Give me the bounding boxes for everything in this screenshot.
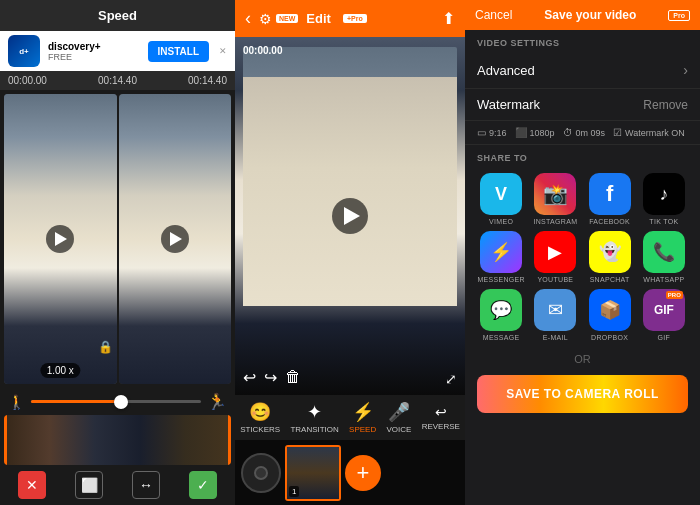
speed-icon: ⚡	[352, 401, 374, 423]
speed-badge: 1.00 x	[41, 363, 80, 378]
video-preview-area: 1.00 x 🔒	[0, 90, 235, 388]
stickers-label: STICKERS	[240, 425, 280, 434]
voice-icon: 🎤	[388, 401, 410, 423]
timeline-strip	[4, 415, 231, 465]
snapchat-icon: 👻	[589, 231, 631, 273]
reverse-tool[interactable]: ↩ REVERSE	[422, 404, 460, 431]
middle-panel: ‹ ⚙ NEW Edit +Pro ⬆ 00:00.00 ↩ ↪ 🗑 ⤢ 😊 S…	[235, 0, 465, 505]
add-clip-button[interactable]: +	[345, 455, 381, 491]
speed-header: Speed	[0, 0, 235, 31]
play-button-2[interactable]	[161, 225, 189, 253]
film-number-1: 1	[289, 486, 299, 497]
ad-close-icon[interactable]: ✕	[219, 46, 227, 56]
delete-button[interactable]: ✕	[18, 471, 46, 499]
undo-button[interactable]: ↩	[243, 368, 256, 387]
meta-resolution-text: 1080p	[530, 128, 555, 138]
share-tiktok[interactable]: ♪ TIK TOK	[640, 173, 688, 225]
ad-text: discovery+ FREE	[48, 41, 140, 62]
timeline-t2: 00:14.40	[188, 75, 227, 86]
transition-tool[interactable]: ✦ TRANSITION	[290, 401, 338, 434]
meta-aspect-text: 9:16	[489, 128, 507, 138]
left-panel: Speed d+ discovery+ FREE INSTALL ✕ 00:00…	[0, 0, 235, 505]
cancel-button[interactable]: Cancel	[475, 8, 512, 22]
message-label: MESSAGE	[483, 334, 520, 341]
youtube-icon: ▶	[534, 231, 576, 273]
meta-watermark-text: Watermark ON	[625, 128, 685, 138]
music-disc-inner	[254, 466, 268, 480]
bottom-toolbar: 😊 STICKERS ✦ TRANSITION ⚡ SPEED 🎤 VOICE …	[235, 395, 465, 440]
video-thumb-1[interactable]: 1.00 x 🔒	[4, 94, 117, 384]
middle-header: ‹ ⚙ NEW Edit +Pro ⬆	[235, 0, 465, 37]
message-icon: 💬	[480, 289, 522, 331]
back-button[interactable]: ‹	[245, 8, 251, 29]
vimeo-label: VIMEO	[489, 218, 513, 225]
play-icon-1	[55, 232, 67, 246]
share-snapchat[interactable]: 👻 SNAPCHAT	[586, 231, 634, 283]
video-settings-section-label: VIDEO SETTINGS	[465, 30, 700, 52]
facebook-icon: f	[589, 173, 631, 215]
film-thumb-1[interactable]: 1	[285, 445, 341, 501]
whatsapp-icon: 📞	[643, 231, 685, 273]
music-disc[interactable]	[241, 453, 281, 493]
speed-slider-track[interactable]	[31, 400, 201, 403]
slow-speed-icon: 🚶	[8, 394, 25, 410]
facebook-label: FACEBOOK	[589, 218, 630, 225]
delete-segment-button[interactable]: 🗑	[285, 368, 301, 387]
speed-slider-thumb[interactable]	[114, 395, 128, 409]
save-camera-label: SAVE TO CAMERA ROLL	[506, 387, 659, 401]
speed-title: Speed	[98, 8, 137, 23]
watermark-remove-button[interactable]: Remove	[643, 98, 688, 112]
timeline-bar: 00:00.00 00:14.40 00:14.40	[0, 71, 235, 90]
email-icon: ✉	[534, 289, 576, 331]
meta-row: ▭ 9:16 ⬛ 1080p ⏱ 0m 09s ☑ Watermark ON	[465, 121, 700, 145]
reverse-label: REVERSE	[422, 422, 460, 431]
advanced-row[interactable]: Advanced ›	[465, 52, 700, 89]
messenger-icon: ⚡	[480, 231, 522, 273]
timeline-indicator-left	[4, 415, 7, 465]
share-vimeo[interactable]: V VIMEO	[477, 173, 525, 225]
resize-button[interactable]: ↔	[132, 471, 160, 499]
gear-icon[interactable]: ⚙	[259, 11, 272, 27]
right-panel: Cancel Save your video Pro VIDEO SETTING…	[465, 0, 700, 505]
right-header: Cancel Save your video Pro	[465, 0, 700, 30]
ad-banner: d+ discovery+ FREE INSTALL ✕	[0, 31, 235, 71]
speed-slider-row: 🚶 🏃	[0, 388, 235, 415]
stickers-tool[interactable]: 😊 STICKERS	[240, 401, 280, 434]
share-icon[interactable]: ⬆	[442, 9, 455, 28]
dropbox-icon: 📦	[589, 289, 631, 331]
share-facebook[interactable]: f FACEBOOK	[586, 173, 634, 225]
fullscreen-button[interactable]: ⤢	[445, 371, 457, 387]
share-whatsapp[interactable]: 📞 WHATSAPP	[640, 231, 688, 283]
save-to-camera-roll-button[interactable]: SAVE TO CAMERA ROLL	[477, 375, 688, 413]
share-dropbox[interactable]: 📦 DROPBOX	[586, 289, 634, 341]
crop-button[interactable]: ⬜	[75, 471, 103, 499]
speed-tool[interactable]: ⚡ SPEED	[349, 401, 376, 434]
advanced-label: Advanced	[477, 63, 535, 78]
share-instagram[interactable]: 📸 INSTAGRAM	[531, 173, 579, 225]
meta-watermark: ☑ Watermark ON	[613, 127, 685, 138]
redo-button[interactable]: ↪	[264, 368, 277, 387]
share-messenger[interactable]: ⚡ MESSENGER	[477, 231, 525, 283]
share-gif[interactable]: GIF PRO GIF	[640, 289, 688, 341]
meta-duration: ⏱ 0m 09s	[563, 127, 606, 138]
middle-play-button[interactable]	[332, 198, 368, 234]
share-email[interactable]: ✉ E-MAIL	[531, 289, 579, 341]
share-to-section-label: SHARE TO	[465, 145, 700, 167]
video-thumb-2[interactable]	[119, 94, 232, 384]
undo-redo-area: ↩ ↪ 🗑	[243, 368, 301, 387]
lock-icon: 🔒	[98, 340, 113, 354]
edit-pro-badge: +Pro	[343, 14, 367, 23]
share-message[interactable]: 💬 MESSAGE	[477, 289, 525, 341]
resolution-icon: ⬛	[515, 127, 527, 138]
speed-label: SPEED	[349, 425, 376, 434]
youtube-label: YOUTUBE	[537, 276, 573, 283]
save-video-label: Save your video	[518, 8, 662, 22]
transition-icon: ✦	[307, 401, 322, 423]
ad-sub: FREE	[48, 52, 140, 62]
ad-install-button[interactable]: INSTALL	[148, 41, 209, 62]
confirm-button[interactable]: ✓	[189, 471, 217, 499]
share-youtube[interactable]: ▶ YOUTUBE	[531, 231, 579, 283]
voice-tool[interactable]: 🎤 VOICE	[386, 401, 411, 434]
advanced-chevron-icon: ›	[683, 62, 688, 78]
bottom-controls: ✕ ⬜ ↔ ✓	[0, 465, 235, 505]
